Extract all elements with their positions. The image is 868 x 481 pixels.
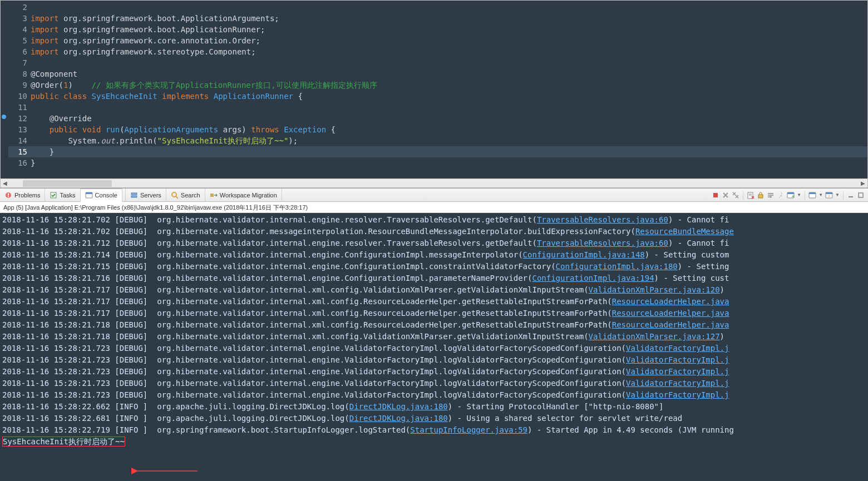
breakpoint-slot[interactable] [1,112,8,123]
stacktrace-link[interactable]: ValidatorFactoryImpl.j [626,355,729,364]
clear-console-icon[interactable] [747,191,754,199]
show-console-output-icon[interactable] [787,191,795,199]
highlighted-output: SysEhcacheInit执行时启动了~~ [2,437,125,447]
line-number: 3 [8,13,31,24]
console-line: 2018-11-16 15:28:21.702 [DEBUG] org.hibe… [2,214,868,226]
code-line[interactable]: System.out.println("SysEhcacheInit执行时启动了… [31,135,867,146]
stacktrace-link[interactable]: ResourceLoaderHelper.java [612,297,729,306]
stacktrace-link[interactable]: ConfigurationImpl.java:180 [556,262,678,271]
code-line[interactable]: import org.springframework.boot.Applicat… [31,24,867,35]
search-icon [171,191,179,199]
breakpoint-gutter[interactable] [1,1,8,178]
scroll-right-arrow-icon[interactable]: ▶ [859,179,867,188]
stacktrace-link[interactable]: TraversableResolvers.java:60 [537,239,668,247]
scroll-left-arrow-icon[interactable]: ◀ [1,179,9,188]
scrollbar-thumb[interactable] [23,180,112,187]
line-number: 4 [8,24,31,35]
code-line[interactable]: @Override [31,113,867,124]
svg-rect-5 [86,192,92,194]
code-line[interactable]: } [31,146,867,157]
stacktrace-link[interactable]: DirectJDKLog.java:180 [349,414,448,423]
breakpoint-slot[interactable] [1,134,8,145]
breakpoint-slot[interactable] [1,156,8,167]
breakpoint-slot[interactable] [1,90,8,101]
svg-rect-11 [713,193,718,197]
console-run-info: App (5) [Java Application] E:\Program Fi… [0,202,868,213]
tab-console[interactable]: Console [81,189,122,202]
stacktrace-link[interactable]: ResourceLoaderHelper.java [612,309,729,318]
terminate-icon[interactable] [712,191,719,199]
code-line[interactable]: import org.springframework.stereotype.Co… [31,46,867,57]
tab-servers[interactable]: Servers [126,189,166,201]
stacktrace-link[interactable]: ValidatorFactoryImpl.j [626,390,729,399]
console-output[interactable]: 2018-11-16 15:28:21.702 [DEBUG] org.hibe… [0,213,868,481]
breakpoint-slot[interactable] [1,56,8,67]
stacktrace-link[interactable]: DirectJDKLog.java:180 [349,402,448,411]
minimize-icon[interactable] [847,191,855,199]
line-number: 14 [8,135,31,146]
views-tabbar: Problems Tasks Console Servers Search Wo… [0,189,868,202]
stacktrace-link[interactable]: ConfigurationImpl.java:148 [523,250,645,259]
code-line[interactable]: public void run(ApplicationArguments arg… [31,124,867,135]
breakpoint-slot[interactable] [1,101,8,112]
breakpoint-slot[interactable] [1,123,8,134]
code-line[interactable]: @Component [31,68,867,80]
stacktrace-link[interactable]: ValidationXmlParser.java:120 [589,285,720,294]
dropdown-arrow-icon[interactable]: ▼ [835,192,840,197]
code-line[interactable]: public class SysEhcacheInit implements A… [31,91,867,102]
svg-point-8 [172,192,176,197]
breakpoint-slot[interactable] [1,78,8,90]
pin-console-icon[interactable] [777,191,785,199]
dropdown-arrow-icon[interactable]: ▼ [797,192,801,197]
tab-console-label: Console [95,192,117,199]
tab-workspace-migration-label: Workspace Migration [220,192,277,199]
breakpoint-slot[interactable] [1,34,8,45]
stacktrace-link[interactable]: ConfigurationImpl.java:194 [532,274,654,282]
breakpoint-slot[interactable] [1,23,8,34]
remove-all-launches-icon[interactable] [732,191,739,199]
stacktrace-link[interactable]: ResourceBundleMessage [635,227,734,236]
maximize-icon[interactable] [857,191,865,199]
stacktrace-link[interactable]: ValidatorFactoryImpl.j [626,379,729,388]
toolbar-separator [843,191,844,200]
code-line[interactable]: import org.springframework.core.annotati… [31,35,867,46]
editor-horizontal-scrollbar[interactable]: ◀ ▶ [1,178,867,187]
remove-launch-icon[interactable] [722,191,729,199]
stacktrace-link[interactable]: ValidationXmlParser.java:127 [589,332,720,341]
code-area[interactable]: import org.springframework.boot.Applicat… [31,1,867,178]
problems-icon [4,191,12,199]
console-line: 2018-11-16 15:28:22.681 [INFO ] org.apac… [2,413,868,424]
dropdown-arrow-icon[interactable]: ▼ [818,192,823,197]
console-line: 2018-11-16 15:28:21.718 [DEBUG] org.hibe… [2,331,868,343]
stacktrace-link[interactable]: TraversableResolvers.java:60 [537,215,668,224]
stacktrace-link[interactable]: StartupInfoLogger.java:59 [410,425,527,434]
tab-problems[interactable]: Problems [0,189,45,201]
code-line[interactable]: import org.springframework.boot.Applicat… [31,13,867,24]
breakpoint-slot[interactable] [1,1,8,12]
word-wrap-icon[interactable] [767,191,775,199]
open-console-icon[interactable]: + [825,191,833,199]
code-line[interactable]: @Order(1) // 如果有多个类实现了ApplicationRunner接… [31,80,867,91]
code-editor-body[interactable]: 2345678910111213141516 import org.spring… [1,1,867,178]
scroll-lock-icon[interactable] [757,191,765,199]
stacktrace-link[interactable]: ValidatorFactoryImpl.j [626,367,729,376]
breakpoint-slot[interactable] [1,67,8,78]
breakpoint-slot[interactable] [1,12,8,23]
toolbar-separator [743,191,743,200]
line-number: 12 [8,113,31,124]
code-line[interactable] [31,57,867,68]
breakpoint-slot[interactable] [1,145,8,156]
stacktrace-link[interactable]: ValidatorFactoryImpl.j [626,344,729,353]
code-line[interactable] [31,102,867,113]
tab-workspace-migration[interactable]: Workspace Migration [205,189,282,201]
tab-search-label: Search [181,192,200,199]
stacktrace-link[interactable]: ResourceLoaderHelper.java [612,320,729,329]
code-line[interactable] [31,2,867,13]
tab-tasks[interactable]: Tasks [45,189,80,201]
tab-search[interactable]: Search [166,189,205,201]
display-selected-console-icon[interactable] [808,191,816,199]
breakpoint-slot[interactable] [1,45,8,56]
console-line: 2018-11-16 15:28:22.662 [INFO ] org.apac… [2,401,868,413]
line-number: 8 [8,68,31,80]
code-line[interactable]: } [31,157,867,168]
